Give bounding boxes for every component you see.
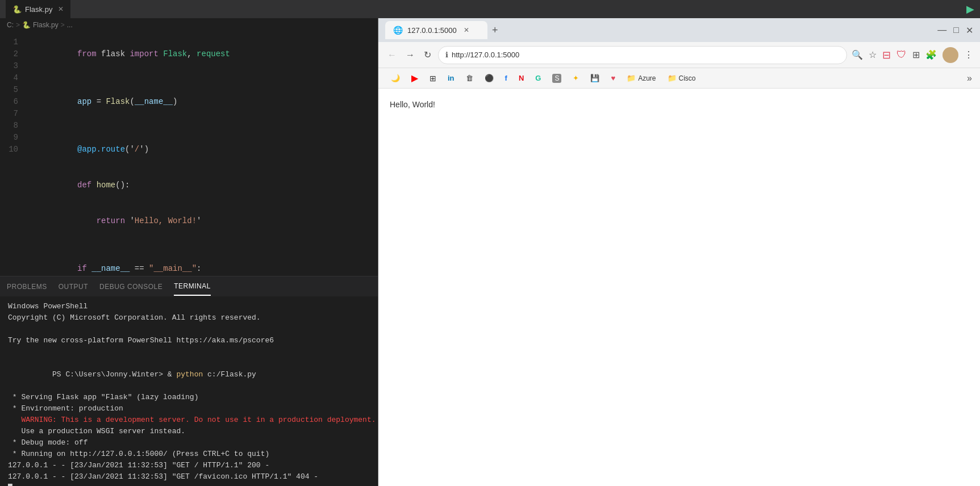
breadcrumb-sep1: >: [16, 21, 20, 29]
forward-button[interactable]: →: [403, 48, 417, 62]
browser-content: Hello, World!: [378, 89, 980, 486]
browser-tab-url: 127.0.0.1:5000: [407, 26, 457, 35]
bookmark-linkedin[interactable]: in: [443, 72, 459, 84]
code-content[interactable]: from flask import Flask, request app = F…: [23, 32, 378, 276]
bookmark-cisco[interactable]: 📁 Cisco: [663, 72, 700, 84]
bookmark-star4[interactable]: ✦: [568, 72, 583, 84]
puzzle-icon[interactable]: 🧩: [925, 49, 937, 60]
address-bar[interactable]: ℹ http://127.0.0.1:5000: [438, 46, 847, 64]
moon-icon: 🌙: [391, 74, 400, 82]
bookmark-trash[interactable]: 🗑: [461, 72, 478, 84]
terminal-line-5: [8, 346, 370, 358]
code-line-4: [30, 120, 378, 132]
editor-tab[interactable]: 🐍 Flask.py ✕: [6, 0, 70, 18]
bookmark-azure[interactable]: 📁 Azure: [622, 72, 660, 84]
netflix-icon: N: [519, 74, 524, 82]
tab-problems[interactable]: PROBLEMS: [7, 278, 47, 295]
terminal-line-13: 127.0.0.1 - - [23/Jan/2021 11:32:53] "GE…: [8, 460, 370, 471]
menu-icon[interactable]: ⋮: [964, 49, 973, 60]
code-line-2: [30, 72, 378, 84]
vscode-titlebar: 🐍 Flask.py ✕ ▶: [0, 0, 980, 18]
extensions-icon[interactable]: ⊟: [882, 49, 891, 61]
breadcrumb-sep2: >: [61, 21, 65, 29]
more-bookmarks-button[interactable]: »: [967, 73, 972, 83]
search-icon[interactable]: 🔍: [852, 49, 863, 60]
qr-icon[interactable]: ⊞: [912, 49, 920, 60]
bookmarks-bar: 🌙 ▶ ⊞ in 🗑 ⚫ f N G: [378, 68, 980, 89]
bookmark-microsoft[interactable]: ⊞: [425, 72, 441, 85]
tab-debug-console[interactable]: DEBUG CONSOLE: [99, 278, 162, 295]
tab-terminal[interactable]: TERMINAL: [174, 278, 211, 296]
bookmark-facebook[interactable]: f: [501, 72, 512, 84]
microsoft-icon: ⊞: [429, 74, 436, 83]
bookmark-floppy[interactable]: 💾: [586, 72, 604, 84]
back-button[interactable]: ←: [385, 48, 399, 62]
tab-output[interactable]: OUTPUT: [59, 278, 88, 295]
bookmark-github[interactable]: ⚫: [480, 72, 498, 84]
info-icon: ℹ: [445, 51, 448, 59]
terminal-line-9: WARNING: This is a development server. D…: [8, 414, 370, 426]
breadcrumb: C: > 🐍 Flask.py > ...: [0, 18, 378, 32]
bookmark-heart[interactable]: ♥: [606, 72, 620, 84]
browser-titlebar: 🌐 127.0.0.1:5000 ✕ + — □ ✕: [378, 18, 980, 42]
terminal-line-3: [8, 324, 370, 335]
terminal-line-12: * Running on http://127.0.0.1:5000/ (Pre…: [8, 449, 370, 460]
panel-area: PROBLEMS OUTPUT DEBUG CONSOLE TERMINAL W…: [0, 276, 378, 486]
file-icon: 🐍: [22, 21, 31, 29]
run-button[interactable]: ▶: [966, 3, 974, 15]
sparkle-icon: ✦: [573, 74, 579, 82]
bookmark-grammarly[interactable]: G: [531, 72, 545, 84]
avatar[interactable]: [943, 47, 958, 63]
flask-icon: 🐍: [12, 5, 22, 14]
code-line-8: [30, 239, 378, 251]
editor-pane: C: > 🐍 Flask.py > ... 12345 678910 from …: [0, 18, 378, 486]
globe-icon: 🌐: [393, 26, 403, 35]
star-icon[interactable]: ☆: [869, 49, 877, 60]
linkedin-icon: in: [448, 74, 454, 82]
github-icon: ⚫: [485, 74, 494, 82]
minimize-button[interactable]: —: [937, 25, 946, 36]
bookmark-youtube[interactable]: ▶: [407, 71, 423, 85]
refresh-button[interactable]: ↻: [422, 47, 433, 62]
youtube-icon: ▶: [411, 73, 418, 83]
trash-icon: 🗑: [466, 74, 473, 82]
cisco-icon: 📁: [668, 74, 677, 82]
address-text: http://127.0.0.1:5000: [452, 51, 840, 59]
hello-world-text: Hello, World!: [390, 100, 969, 109]
code-line-9: if __name__ == "__main__":: [30, 251, 378, 276]
terminal-line-7: * Serving Flask app "Flask" (lazy loadin…: [8, 392, 370, 403]
adblock-icon[interactable]: 🛡: [896, 49, 907, 61]
browser-tab-close-icon[interactable]: ✕: [464, 26, 469, 34]
breadcrumb-drive[interactable]: C:: [7, 21, 14, 29]
bookmark-moon[interactable]: 🌙: [386, 72, 404, 84]
maximize-button[interactable]: □: [953, 25, 959, 36]
bookmark-cisco-label: Cisco: [679, 74, 696, 82]
grammarly-icon: G: [535, 74, 541, 82]
code-editor: 12345 678910 from flask import Flask, re…: [0, 32, 378, 276]
terminal-line-4: Try the new cross-platform PowerShell ht…: [8, 335, 370, 346]
terminal-line-11: * Debug mode: off: [8, 437, 370, 449]
terminal-line-1: Windows PowerShell: [8, 301, 370, 312]
heart-icon: ♥: [611, 74, 615, 82]
code-line-6: def home():: [30, 167, 378, 203]
main-area: C: > 🐍 Flask.py > ... 12345 678910 from …: [0, 18, 980, 486]
bookmark-s[interactable]: S: [548, 72, 566, 85]
close-button[interactable]: ✕: [966, 25, 973, 36]
tab-close-icon[interactable]: ✕: [58, 5, 64, 13]
browser-tab[interactable]: 🌐 127.0.0.1:5000 ✕: [385, 21, 487, 39]
browser-pane: 🌐 127.0.0.1:5000 ✕ + — □ ✕ ← → ↻ ℹ http:…: [378, 18, 980, 486]
floppy-icon: 💾: [590, 74, 599, 82]
bookmark-netflix[interactable]: N: [514, 72, 528, 84]
breadcrumb-file[interactable]: Flask.py: [33, 21, 59, 29]
code-line-1: from flask import Flask, request: [30, 36, 378, 72]
new-tab-button[interactable]: +: [492, 24, 498, 36]
terminal-line-6: PS C:\Users\Jonny.Winter> & python c:/Fl…: [8, 358, 370, 392]
code-line-5: @app.route('/'): [30, 132, 378, 167]
breadcrumb-more[interactable]: ...: [67, 21, 73, 29]
tab-filename: Flask.py: [25, 5, 52, 14]
bookmark-azure-label: Azure: [638, 74, 656, 82]
panel-tabs: PROBLEMS OUTPUT DEBUG CONSOLE TERMINAL: [0, 276, 378, 296]
code-line-7: return 'Hello, World!': [30, 203, 378, 239]
terminal-content[interactable]: Windows PowerShell Copyright (C) Microso…: [0, 296, 378, 486]
terminal-line-14: 127.0.0.1 - - [23/Jan/2021 11:32:53] "GE…: [8, 471, 370, 483]
